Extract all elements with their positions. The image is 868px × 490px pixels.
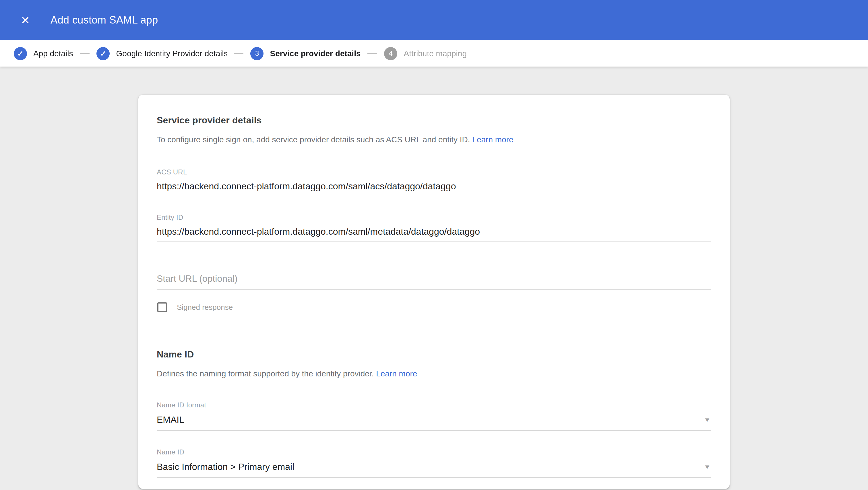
section-description: Defines the naming format supported by t… bbox=[157, 368, 711, 379]
acs-url-field-group: ACS URL bbox=[157, 168, 711, 196]
section-title-service-provider: Service provider details bbox=[157, 115, 711, 126]
dialog-header: ✕ Add custom SAML app bbox=[0, 0, 868, 40]
description-text: To configure single sign on, add service… bbox=[157, 135, 470, 144]
start-url-field-group bbox=[157, 274, 711, 290]
step-app-details[interactable]: ✓ App details bbox=[14, 47, 73, 60]
step-attribute-mapping[interactable]: 4 Attribute mapping bbox=[384, 47, 467, 60]
step-connector bbox=[368, 53, 377, 54]
service-provider-details-card: Service provider details To configure si… bbox=[138, 95, 730, 489]
signed-response-checkbox[interactable] bbox=[157, 302, 167, 312]
section-description: To configure single sign on, add service… bbox=[157, 134, 711, 145]
step-number-badge: 3 bbox=[251, 47, 264, 60]
description-text: Defines the naming format supported by t… bbox=[157, 369, 374, 378]
step-complete-check-icon: ✓ bbox=[97, 47, 110, 60]
signed-response-row: Signed response bbox=[157, 300, 711, 314]
step-connector bbox=[80, 53, 90, 54]
name-id-format-select[interactable]: EMAIL bbox=[157, 415, 711, 431]
step-complete-check-icon: ✓ bbox=[14, 47, 27, 60]
name-id-select[interactable]: Basic Information > Primary email bbox=[157, 462, 711, 478]
close-icon[interactable]: ✕ bbox=[15, 10, 36, 30]
signed-response-label: Signed response bbox=[177, 303, 233, 311]
learn-more-link[interactable]: Learn more bbox=[376, 369, 417, 378]
section-title-name-id: Name ID bbox=[157, 350, 711, 360]
step-label: App details bbox=[33, 49, 73, 58]
name-id-format-field-group: Name ID format EMAIL ▼ bbox=[157, 401, 711, 431]
step-label: Google Identity Provider details bbox=[116, 49, 227, 58]
step-connector bbox=[234, 53, 244, 54]
name-id-label: Name ID bbox=[157, 448, 711, 456]
add-custom-saml-app-dialog: ✕ Add custom SAML app ✓ App details ✓ Go… bbox=[0, 0, 868, 490]
step-label: Attribute mapping bbox=[404, 49, 467, 58]
step-google-idp-details[interactable]: ✓ Google Identity Provider details bbox=[97, 47, 227, 60]
wizard-stepper: ✓ App details ✓ Google Identity Provider… bbox=[0, 40, 868, 67]
entity-id-label: Entity ID bbox=[157, 214, 711, 222]
start-url-input[interactable] bbox=[157, 274, 711, 290]
dialog-title: Add custom SAML app bbox=[51, 14, 158, 26]
acs-url-input[interactable] bbox=[157, 181, 711, 196]
acs-url-label: ACS URL bbox=[157, 168, 711, 176]
step-number-badge: 4 bbox=[384, 47, 398, 60]
step-label: Service provider details bbox=[270, 49, 361, 58]
entity-id-input[interactable] bbox=[157, 227, 711, 241]
step-service-provider-details[interactable]: 3 Service provider details bbox=[251, 47, 361, 60]
learn-more-link[interactable]: Learn more bbox=[472, 135, 513, 144]
entity-id-field-group: Entity ID bbox=[157, 214, 711, 241]
name-id-field-group: Name ID Basic Information > Primary emai… bbox=[157, 448, 711, 478]
name-id-format-label: Name ID format bbox=[157, 401, 711, 409]
